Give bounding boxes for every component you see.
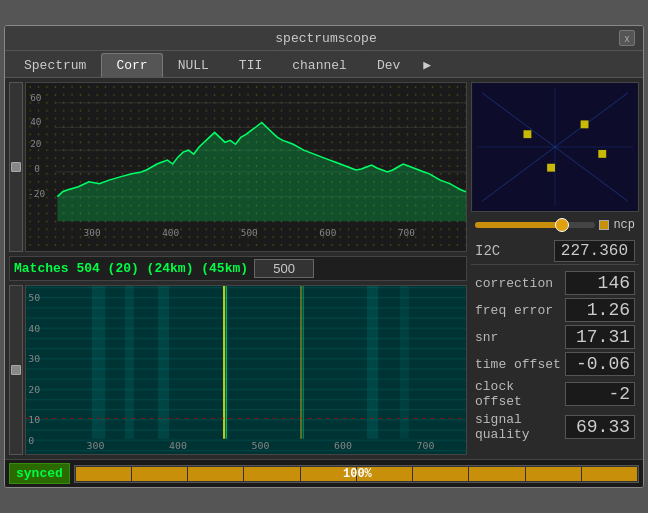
svg-text:30: 30: [28, 354, 40, 365]
svg-text:700: 700: [398, 227, 415, 238]
svg-rect-30: [400, 286, 409, 439]
main-window: spectrumscope x Spectrum Corr NULL TII c…: [4, 25, 644, 488]
svg-text:20: 20: [30, 139, 41, 150]
metric-time-offset-value: -0.06: [565, 352, 635, 376]
svg-text:40: 40: [28, 323, 40, 334]
svg-text:40: 40: [30, 116, 41, 127]
metric-time-offset-label: time offset: [475, 357, 561, 372]
svg-rect-29: [367, 286, 378, 439]
metric-correction: correction 146: [475, 271, 635, 295]
tab-tii[interactable]: TII: [224, 53, 277, 77]
bottom-bar: synced 100%: [5, 459, 643, 487]
upper-chart: 60 40 20 0 -20 300 400: [25, 82, 467, 252]
svg-rect-50: [547, 164, 555, 172]
metric-correction-value: 146: [565, 271, 635, 295]
matches-text: Matches 504 (20) (24km) (45km): [14, 261, 248, 276]
svg-text:700: 700: [417, 440, 435, 451]
metric-correction-label: correction: [475, 276, 553, 291]
metric-snr: snr 17.31: [475, 325, 635, 349]
progress-percent: 100%: [76, 467, 639, 481]
svg-text:600: 600: [319, 227, 336, 238]
lower-y-slider[interactable]: [9, 285, 23, 455]
svg-rect-48: [523, 130, 531, 138]
svg-rect-51: [598, 150, 606, 158]
ncp-slider-container: ncp: [471, 216, 639, 234]
ncp-label: ncp: [599, 218, 635, 232]
close-button[interactable]: x: [619, 30, 635, 46]
metric-freq-error-value: 1.26: [565, 298, 635, 322]
upper-y-slider[interactable]: [9, 82, 23, 252]
metric-snr-value: 17.31: [565, 325, 635, 349]
metric-freq-error-label: freq error: [475, 303, 553, 318]
ncp-slider-fill: [475, 222, 565, 228]
metric-freq-error: freq error 1.26: [475, 298, 635, 322]
lower-chart-container: 50 40 30 20 10 0 300 400 500 600 700: [9, 285, 467, 455]
tab-more-button[interactable]: ▶: [415, 53, 439, 77]
tab-corr[interactable]: Corr: [101, 53, 162, 77]
i2c-value: 227.360: [554, 240, 635, 262]
svg-text:60: 60: [30, 92, 41, 103]
metric-snr-label: snr: [475, 330, 498, 345]
svg-text:300: 300: [84, 227, 101, 238]
svg-text:400: 400: [162, 227, 179, 238]
tab-dev[interactable]: Dev: [362, 53, 415, 77]
metrics-list: correction 146 freq error 1.26 snr 17.31…: [471, 269, 639, 444]
metric-signal-quality: signal quality 69.33: [475, 412, 635, 442]
svg-text:10: 10: [28, 415, 40, 426]
metric-clock-offset: clock offset -2: [475, 379, 635, 409]
svg-text:50: 50: [28, 293, 40, 304]
svg-text:500: 500: [241, 227, 258, 238]
svg-text:400: 400: [169, 440, 187, 451]
svg-text:0: 0: [28, 435, 34, 446]
svg-rect-27: [125, 286, 134, 439]
tab-channel[interactable]: channel: [277, 53, 362, 77]
metric-time-offset: time offset -0.06: [475, 352, 635, 376]
constellation-svg: [472, 83, 638, 211]
matches-bar: Matches 504 (20) (24km) (45km): [9, 256, 467, 281]
svg-text:0: 0: [34, 163, 40, 174]
lower-chart-svg: 50 40 30 20 10 0 300 400 500 600 700: [26, 286, 466, 454]
svg-rect-26: [92, 286, 105, 439]
upper-chart-svg: 60 40 20 0 -20 300 400: [26, 83, 466, 251]
upper-y-slider-thumb[interactable]: [11, 162, 21, 172]
right-panel: ncp I2C 227.360 correction 146 freq erro…: [471, 82, 639, 455]
lower-y-slider-thumb[interactable]: [11, 365, 21, 375]
ncp-color-box: [599, 220, 609, 230]
metric-clock-offset-label: clock offset: [475, 379, 565, 409]
svg-rect-49: [581, 120, 589, 128]
constellation-display: [471, 82, 639, 212]
tab-null[interactable]: NULL: [163, 53, 224, 77]
lower-chart: 50 40 30 20 10 0 300 400 500 600 700: [25, 285, 467, 455]
svg-text:20: 20: [28, 384, 40, 395]
synced-label: synced: [9, 463, 70, 484]
matches-input[interactable]: [254, 259, 314, 278]
svg-rect-28: [158, 286, 169, 439]
i2c-row: I2C 227.360: [471, 238, 639, 265]
tab-spectrum[interactable]: Spectrum: [9, 53, 101, 77]
progress-wrapper: 100%: [74, 465, 639, 483]
metric-signal-quality-label: signal quality: [475, 412, 565, 442]
i2c-label: I2C: [475, 243, 500, 259]
svg-text:500: 500: [251, 440, 269, 451]
upper-chart-container: 60 40 20 0 -20 300 400: [9, 82, 467, 252]
main-content: 60 40 20 0 -20 300 400: [5, 78, 643, 459]
tab-bar: Spectrum Corr NULL TII channel Dev ▶: [5, 51, 643, 78]
svg-text:-20: -20: [28, 188, 45, 199]
ncp-slider-thumb[interactable]: [555, 218, 569, 232]
progress-bar: 100%: [74, 465, 639, 483]
svg-text:300: 300: [87, 440, 105, 451]
left-panel: 60 40 20 0 -20 300 400: [9, 82, 467, 455]
ncp-slider[interactable]: [475, 222, 595, 228]
titlebar: spectrumscope x: [5, 26, 643, 51]
svg-text:600: 600: [334, 440, 352, 451]
window-title: spectrumscope: [33, 31, 619, 46]
metric-clock-offset-value: -2: [565, 382, 635, 406]
metric-signal-quality-value: 69.33: [565, 415, 635, 439]
